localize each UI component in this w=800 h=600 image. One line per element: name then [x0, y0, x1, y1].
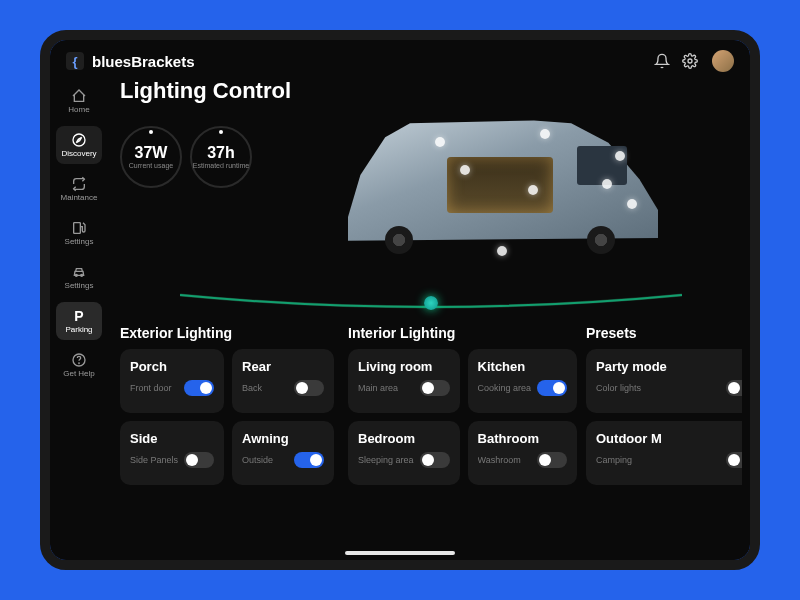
gauge-label: Estimated runtime [193, 162, 249, 170]
brand-name: bluesBrackets [92, 53, 195, 70]
page-title: Lighting Control [120, 78, 742, 104]
light-card[interactable]: Outdoor M Camping [586, 421, 742, 485]
light-hotspot[interactable] [615, 151, 625, 161]
toggle-switch[interactable] [420, 380, 450, 396]
gauges-row: 37WCurrent usage37hEstimated runtime [120, 112, 252, 188]
card-title: Bathroom [478, 431, 568, 446]
home-indicator[interactable] [345, 551, 455, 555]
lighting-sections: Exterior Lighting Porch Front door Rear … [120, 325, 742, 485]
light-hotspot[interactable] [435, 137, 445, 147]
sidebar-item-settings1[interactable]: Settings [56, 214, 102, 252]
sidebar-label: Settings [65, 282, 94, 290]
main-content: Lighting Control 37WCurrent usage37hEsti… [108, 78, 750, 560]
card-title: Living room [358, 359, 450, 374]
toggle-switch[interactable] [726, 380, 742, 396]
light-card[interactable]: Party mode Color lights [586, 349, 742, 413]
gear-icon[interactable] [680, 51, 700, 71]
card-title: Awning [242, 431, 324, 446]
light-hotspot[interactable] [497, 246, 507, 256]
sidebar-label: Maintance [61, 194, 98, 202]
card-subtitle: Back [242, 383, 262, 393]
sidebar-label: Settings [65, 238, 94, 246]
app-screen: { bluesBrackets HomeDiscoveryMaintanceSe… [50, 40, 750, 560]
section-title: Presets [586, 325, 742, 341]
home-icon [71, 88, 87, 104]
card-subtitle: Camping [596, 455, 632, 465]
toggle-switch[interactable] [294, 452, 324, 468]
light-hotspot[interactable] [540, 129, 550, 139]
card-subtitle: Color lights [596, 383, 641, 393]
sidebar-item-discovery[interactable]: Discovery [56, 126, 102, 164]
gauge: 37WCurrent usage [120, 126, 182, 188]
compass-icon [71, 132, 87, 148]
card-title: Outdoor M [596, 431, 742, 446]
toggle-switch[interactable] [537, 452, 567, 468]
toggle-switch[interactable] [726, 452, 742, 468]
sidebar-label: Parking [65, 326, 92, 334]
help-icon [71, 352, 87, 368]
sidebar-label: Home [68, 106, 89, 114]
sidebar-item-settings2[interactable]: Settings [56, 258, 102, 296]
light-card[interactable]: Living room Main area [348, 349, 460, 413]
car-icon [71, 264, 87, 280]
gauge-label: Current usage [129, 162, 173, 170]
sidebar-label: Get Help [63, 370, 95, 378]
card-subtitle: Outside [242, 455, 273, 465]
slider-handle[interactable] [424, 296, 438, 310]
sidebar-item-maintenance[interactable]: Maintance [56, 170, 102, 208]
tablet-frame: { bluesBrackets HomeDiscoveryMaintanceSe… [40, 30, 760, 570]
toggle-switch[interactable] [420, 452, 450, 468]
light-card[interactable]: Awning Outside [232, 421, 334, 485]
gauge: 37hEstimated runtime [190, 126, 252, 188]
section-title: Exterior Lighting [120, 325, 334, 341]
light-hotspot[interactable] [460, 165, 470, 175]
section-presets: Presets Party mode Color lights Outdoor … [586, 325, 742, 485]
toggle-switch[interactable] [294, 380, 324, 396]
card-subtitle: Main area [358, 383, 398, 393]
light-card[interactable]: Bedroom Sleeping area [348, 421, 460, 485]
light-card[interactable]: Porch Front door [120, 349, 224, 413]
sidebar: HomeDiscoveryMaintanceSettingsSettingsPP… [50, 78, 108, 560]
card-title: Rear [242, 359, 324, 374]
section-exterior: Exterior Lighting Porch Front door Rear … [120, 325, 334, 485]
light-hotspot[interactable] [528, 185, 538, 195]
light-card[interactable]: Kitchen Cooking area [468, 349, 578, 413]
card-title: Party mode [596, 359, 742, 374]
light-card[interactable]: Rear Back [232, 349, 334, 413]
P-icon: P [71, 308, 87, 324]
brightness-arc-slider[interactable] [180, 291, 682, 315]
sidebar-item-parking[interactable]: PParking [56, 302, 102, 340]
vehicle-visualization [264, 112, 742, 252]
svg-point-1 [73, 134, 85, 146]
section-title: Interior Lighting [348, 325, 572, 341]
card-subtitle: Washroom [478, 455, 521, 465]
card-subtitle: Sleeping area [358, 455, 414, 465]
card-title: Porch [130, 359, 214, 374]
logo: { [66, 52, 84, 70]
fuel-icon [71, 220, 87, 236]
gauge-value: 37h [207, 144, 235, 162]
toggle-switch[interactable] [537, 380, 567, 396]
card-subtitle: Side Panels [130, 455, 178, 465]
card-title: Bedroom [358, 431, 450, 446]
toggle-switch[interactable] [184, 452, 214, 468]
card-title: Kitchen [478, 359, 568, 374]
avatar[interactable] [712, 50, 734, 72]
light-hotspot[interactable] [627, 199, 637, 209]
svg-rect-3 [74, 223, 81, 234]
card-subtitle: Cooking area [478, 383, 532, 393]
sidebar-item-home[interactable]: Home [56, 82, 102, 120]
section-interior: Interior Lighting Living room Main area … [348, 325, 572, 485]
toggle-switch[interactable] [184, 380, 214, 396]
card-title: Side [130, 431, 214, 446]
sidebar-item-help[interactable]: Get Help [56, 346, 102, 384]
van-graphic [348, 112, 658, 252]
sidebar-label: Discovery [61, 150, 96, 158]
cycle-icon [71, 176, 87, 192]
light-card[interactable]: Side Side Panels [120, 421, 224, 485]
light-card[interactable]: Bathroom Washroom [468, 421, 578, 485]
header: { bluesBrackets [50, 40, 750, 78]
card-subtitle: Front door [130, 383, 172, 393]
gauge-value: 37W [135, 144, 168, 162]
bell-icon[interactable] [652, 51, 672, 71]
